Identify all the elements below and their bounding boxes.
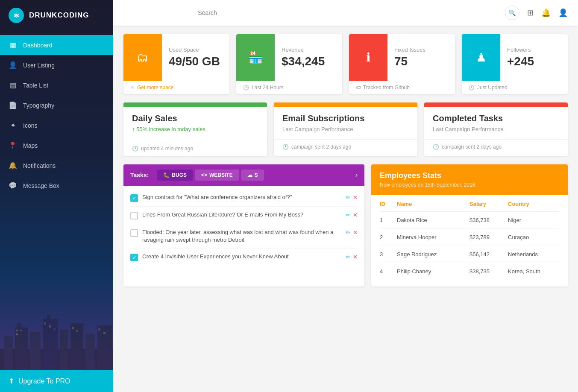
header-icons: 🔍 ⊞ 🔔 👤 — [505, 6, 568, 20]
employees-subtitle: New employees on 15th September, 2016 — [380, 182, 559, 188]
sidebar-item-dashboard[interactable]: ▦ Dashboard — [0, 35, 113, 55]
campaign-title-daily-sales: Daily Sales — [132, 114, 258, 123]
stat-card-used-space: 🗂 Used Space 49/50 GB ⚠ Get more space — [123, 34, 229, 94]
employees-card: Employees Stats New employees on 15th Se… — [371, 164, 568, 287]
task-edit-2[interactable]: ✏ — [346, 212, 350, 218]
emp-salary-3: $56,142 — [469, 251, 508, 257]
emp-salary-2: $23,789 — [469, 234, 508, 240]
upgrade-icon: ⬆ — [9, 377, 14, 385]
search-button[interactable]: 🔍 — [505, 6, 519, 20]
search-icon: 🔍 — [508, 9, 516, 16]
campaign-footer-completed-tasks: 🕐 campaign sent 2 days ago — [424, 139, 568, 154]
sidebar-item-maps[interactable]: 📍 Maps — [0, 135, 113, 155]
sidebar-item-icons[interactable]: ✦ Icons — [0, 115, 113, 135]
campaign-cards-row: Daily Sales ↑ 55% increase in today sale… — [123, 102, 568, 156]
sidebar-icon-message-box: 💬 — [9, 181, 17, 190]
task-tab-s[interactable]: ☁ S — [241, 170, 264, 181]
sidebar-icon-dashboard: ▦ — [9, 41, 17, 49]
emp-id-3: 3 — [380, 251, 397, 257]
svg-rect-3 — [17, 323, 21, 330]
campaign-subtitle-completed-tasks: Last Campaign Performance — [433, 126, 559, 132]
campaign-card-email-subscriptions: Email Subscriptions Last Campaign Perfor… — [274, 102, 417, 156]
campaign-body-completed-tasks: Completed Tasks Last Campaign Performanc… — [424, 107, 568, 139]
campaign-body-email-subscriptions: Email Subscriptions Last Campaign Perfor… — [274, 107, 417, 139]
sidebar-item-typography[interactable]: 📄 Typography — [0, 95, 113, 115]
sidebar-icon-typography: 📄 — [9, 101, 17, 109]
task-tab-website[interactable]: <> WEBSITE — [195, 170, 239, 181]
campaign-card-completed-tasks: Completed Tasks Last Campaign Performanc… — [424, 102, 568, 156]
stat-card-revenue: 🏪 Revenue $34,245 🕐 Last 24 Hours — [236, 34, 342, 94]
stat-info-fixed-issues: Fixed Issues 75 — [387, 34, 432, 81]
svg-rect-9 — [85, 334, 95, 370]
task-checkbox-2[interactable] — [130, 212, 138, 219]
sidebar-icon-user-listing: 👤 — [9, 61, 17, 69]
task-item-2: Lines From Great Russian Literature? Or … — [130, 207, 358, 224]
sidebar-header: ⚛ DRUNKCODING — [0, 0, 113, 31]
app-name: DRUNKCODING — [29, 11, 89, 20]
svg-rect-11 — [16, 330, 18, 331]
emp-name-4: Philip Chaney — [397, 268, 469, 275]
stat-card-body-used-space: 🗂 Used Space 49/50 GB — [123, 34, 229, 81]
emp-id-4: 4 — [380, 268, 397, 275]
campaign-header-daily-sales — [123, 102, 267, 107]
stat-card-body-followers: ♟ Followers +245 — [462, 34, 568, 81]
employee-row-3: 3 Sage Rodriguez $56,142 Netherlands — [380, 246, 559, 263]
employee-row-1: 1 Dakota Rice $36,738 Niger — [380, 212, 559, 229]
task-delete-2[interactable]: ✕ — [353, 212, 358, 218]
task-checkbox-3[interactable] — [130, 229, 138, 237]
stat-icon-used-space: 🗂 — [123, 34, 162, 81]
sidebar-label-icons: Icons — [23, 122, 37, 129]
task-edit-1[interactable]: ✏ — [346, 194, 350, 201]
grid-icon[interactable]: ⊞ — [527, 8, 534, 18]
task-edit-3[interactable]: ✏ — [346, 229, 350, 236]
search-input[interactable] — [194, 7, 364, 19]
upgrade-label: Upgrade To PRO — [18, 377, 70, 385]
tasks-nav-arrow[interactable]: › — [355, 171, 358, 179]
task-tabs: 🐛 BUGS<> WEBSITE☁ S — [157, 170, 264, 181]
sidebar-item-user-listing[interactable]: 👤 User Listing — [0, 55, 113, 75]
task-tab-icon-1: <> — [201, 172, 207, 178]
employee-row-2: 2 Minerva Hooper $23,789 Curaçao — [380, 229, 559, 246]
col-name: Name — [397, 201, 469, 207]
sidebar-label-dashboard: Dashboard — [23, 42, 53, 49]
col-id: ID — [380, 201, 397, 207]
upgrade-button[interactable]: ⬆ Upgrade To PRO — [0, 370, 113, 392]
task-tab-bugs[interactable]: 🐛 BUGS — [157, 170, 193, 181]
tasks-label: Tasks: — [130, 172, 149, 178]
person-icon[interactable]: 👤 — [558, 8, 568, 18]
task-delete-1[interactable]: ✕ — [353, 194, 358, 201]
tasks-card: Tasks: 🐛 BUGS<> WEBSITE☁ S › ✓ Sign cont… — [123, 164, 364, 287]
sidebar-label-message-box: Message Box — [23, 182, 59, 189]
footer-text-used-space[interactable]: Get more space — [137, 85, 173, 91]
stat-footer-used-space: ⚠ Get more space — [123, 81, 229, 94]
campaign-footer-icon-email-subscriptions: 🕐 — [282, 144, 289, 150]
task-text-2: Lines From Great Russian Literature? Or … — [142, 211, 341, 219]
sidebar: ⚛ DRUNKCODING ▦ Dashboard 👤 User Listing… — [0, 0, 113, 392]
campaign-title-email-subscriptions: Email Subscriptions — [282, 114, 409, 123]
svg-rect-14 — [44, 322, 46, 325]
stat-icon-followers: ♟ — [462, 34, 500, 81]
task-delete-3[interactable]: ✕ — [353, 229, 358, 236]
sidebar-item-notifications[interactable]: 🔔 Notifications — [0, 155, 113, 176]
task-edit-4[interactable]: ✏ — [346, 254, 350, 260]
stat-footer-followers: 🕐 Just Updated — [462, 81, 568, 94]
sidebar-item-table-list[interactable]: ▤ Table List — [0, 75, 113, 95]
stat-card-fixed-issues: ℹ Fixed Issues 75 🏷 Tracked from Github — [349, 34, 455, 94]
task-checkbox-4[interactable]: ✓ — [130, 254, 138, 261]
campaign-card-daily-sales: Daily Sales ↑ 55% increase in today sale… — [123, 102, 267, 156]
sidebar-nav: ▦ Dashboard 👤 User Listing ▤ Table List … — [0, 35, 113, 196]
task-delete-4[interactable]: ✕ — [353, 254, 358, 260]
campaign-footer-icon-daily-sales: 🕐 — [132, 146, 138, 152]
employees-header: Employees Stats New employees on 15th Se… — [371, 164, 568, 195]
employees-rows: 1 Dakota Rice $36,738 Niger 2 Minerva Ho… — [380, 212, 559, 280]
campaign-footer-text-completed-tasks: campaign sent 2 days ago — [442, 144, 502, 150]
task-checkbox-1[interactable]: ✓ — [130, 194, 138, 202]
task-text-1: Sign contract for "What are conference o… — [142, 193, 341, 201]
bell-icon[interactable]: 🔔 — [541, 8, 551, 18]
top-header: 🔍 ⊞ 🔔 👤 — [113, 0, 578, 26]
sidebar-label-table-list: Table List — [23, 82, 48, 89]
sidebar-item-message-box[interactable]: 💬 Message Box — [0, 176, 113, 196]
campaign-footer-text-daily-sales: updated 4 minutes ago — [141, 146, 193, 152]
sidebar-label-notifications: Notifications — [23, 162, 56, 169]
sidebar-icon-maps: 📍 — [9, 141, 17, 149]
